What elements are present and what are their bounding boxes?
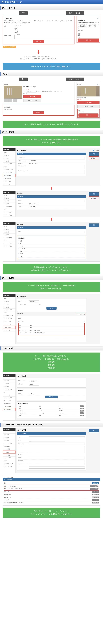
- fav-button[interactable]: お気に入りに追加: [23, 99, 41, 102]
- svg-rect-1: [81, 86, 96, 96]
- choice-item[interactable]: ≡SNS✕: [19, 250, 84, 252]
- info-green-1: レイアウト設定より自由にアンケートブロックを配置することができます。: [3, 121, 100, 128]
- choice-item[interactable]: ≡雑誌✕: [19, 242, 84, 245]
- complete-input[interactable]: [29, 170, 85, 174]
- nav-member[interactable]: ▸ 会員管理: [3, 160, 16, 162]
- nav-content[interactable]: ▸ コンテンツ管理: [3, 162, 16, 166]
- choice-item[interactable]: ≡新聞✕: [19, 240, 84, 242]
- regist-button[interactable]: 登録: [89, 192, 99, 196]
- result-row[interactable]: -▸: [18, 336, 85, 338]
- info-green-4: アンケート結果ではアンケート別に個別のアンケート結果確認と CSVダウンロードが…: [3, 282, 100, 292]
- survey-desc: お客様のご利用状況やご意見をお聞かせください。いただいたご意見は今後のサービス向…: [4, 20, 73, 24]
- result-row[interactable]: 2017/05/12▾: [18, 320, 85, 322]
- to-question-box[interactable]: 質問登録へ: [89, 156, 99, 160]
- nav-result-active[interactable]: アンケート結果: [3, 326, 16, 329]
- sp-submit[interactable]: 回答する: [78, 38, 99, 42]
- section-template: アンケートページのデザイン変更（テンプレート編集）: [0, 422, 103, 427]
- nav-survey-stats[interactable]: アンケート集計: [3, 183, 16, 186]
- sp-product-image: [77, 86, 100, 96]
- nav-home[interactable]: ホーム: [3, 151, 16, 154]
- owner-label: 👤 管理者 様: [89, 150, 99, 151]
- nav-stats-active[interactable]: アンケート集計: [3, 408, 16, 411]
- graph-button[interactable]: Graph: [80, 406, 84, 407]
- product-image: [4, 86, 22, 98]
- thumb[interactable]: [8, 99, 12, 102]
- section-admin: アンケート管理: [0, 130, 103, 134]
- page-row[interactable]: アンケート - ご利用に関してレイアウト編集 ✕: [4, 485, 99, 488]
- choice-item[interactable]: ≡ラジオ✕: [19, 252, 84, 255]
- qty-select[interactable]: 1: [26, 92, 36, 94]
- arrow-icon: [3, 49, 74, 54]
- section-result: アンケート結果: [0, 276, 103, 280]
- nav-survey-admin[interactable]: ▾ アンケート管理: [3, 171, 16, 174]
- arrow-icon: [0, 186, 103, 190]
- choice-item[interactable]: ≡テレビ✕: [19, 245, 84, 248]
- complete-msg: アンケートにご回答頂きありがとうございました。今後とも「彩のジェラートNATUR…: [3, 56, 74, 60]
- nav-page-admin[interactable]: ページ管理: [3, 450, 16, 454]
- choice-item[interactable]: ≡その他✕: [19, 255, 84, 258]
- msg-input[interactable]: [29, 165, 85, 169]
- comment-label: ご意見・ご感想: [4, 35, 15, 39]
- nav-survey-reg[interactable]: アンケート登録: [3, 174, 16, 177]
- sp-tag-2: スマートフォン: [66, 78, 84, 81]
- page-title: アンケート登録: [17, 150, 86, 152]
- new-button[interactable]: 新規入力: [92, 482, 99, 484]
- sp-fav[interactable]: お気に入りに追加: [77, 104, 100, 108]
- nav-product[interactable]: ▸ 商品管理: [3, 154, 16, 157]
- product-page-mockup: bokshop ディナーフォーク ¥ 14,040 セットで揃えたいディナー用フ…: [3, 82, 74, 104]
- period-from[interactable]: [29, 304, 39, 305]
- stat-row: 雑誌2件20.00%Graph: [18, 408, 85, 410]
- regist-button[interactable]: 登録: [89, 224, 99, 227]
- block-survey-mockup: ご利用に関して 性別: ○ 男性 ○ 女性 回答する: [3, 105, 74, 116]
- name-input[interactable]: [29, 157, 85, 159]
- q-name-input[interactable]: [29, 200, 85, 202]
- q-type-select[interactable]: 選択式（複数）: [29, 203, 39, 205]
- nav-owner[interactable]: ▸ オーナーズストア: [3, 168, 16, 171]
- regist-button[interactable]: 登録: [89, 152, 99, 156]
- search-button[interactable]: 検索: [46, 307, 57, 310]
- info-green-3: 選択肢の登録は１つずつ行っていただきます。 回答欄の並び替えはドラッグ＆ドロップ…: [3, 264, 100, 274]
- page-row[interactable]: 商品一覧ページレイアウト編集: [4, 493, 99, 496]
- info-green-2: アンケート管理ではアンケート登録⇒質問登録⇒選択肢登録の流れで アンケートを作成…: [3, 136, 100, 146]
- thumb[interactable]: [4, 99, 8, 102]
- page-row[interactable]: TOPページレイアウト編集: [4, 490, 99, 493]
- target-select[interactable]: ご利用に関して: [29, 300, 39, 303]
- admin-content-mgmt: ▣ EC-CUBE ホーム ▸ 商品管理 ▸ 受注管理 ▸ 会員管理 ▾ コンテ…: [3, 428, 100, 473]
- age-label: 年代: [4, 26, 15, 35]
- block-submit[interactable]: 回答する: [33, 112, 44, 114]
- nav-order[interactable]: ▸ 受注管理: [3, 157, 16, 160]
- page-header: プラグイン導入のイメージ: [0, 0, 103, 4]
- section-block: ブロック: [0, 72, 103, 76]
- to-choice-box[interactable]: 選択肢登録へ: [89, 196, 99, 200]
- do-stats-button[interactable]: 集計する: [45, 396, 58, 398]
- page-row[interactable]: MYページ/会員登録内容変更(入力ページ)レイアウト編集: [4, 502, 99, 504]
- page-row[interactable]: 商品詳細ページレイアウト編集: [4, 496, 99, 499]
- choice-item[interactable]: ≡インターネット✕: [19, 248, 84, 250]
- sp-add-cart[interactable]: カートに入れる: [77, 101, 100, 104]
- period-to[interactable]: [41, 304, 51, 305]
- regist-button[interactable]: 登録: [89, 429, 99, 432]
- page-row[interactable]: MYページレイアウト編集: [4, 499, 99, 502]
- gender-label: 性別: [4, 24, 15, 26]
- product-name: ディナーフォーク: [23, 86, 73, 88]
- nav-survey-result[interactable]: アンケート結果: [3, 180, 16, 183]
- thumb[interactable]: [13, 99, 17, 102]
- sp-block-submit[interactable]: 回答する: [78, 114, 98, 117]
- sp-tag: スマートフォン: [66, 11, 84, 15]
- cart-icon[interactable]: 🛒 0: [97, 18, 99, 19]
- nav-survey-list[interactable]: アンケート一覧: [3, 177, 16, 180]
- page-row[interactable]: アンケート受付完了 - ご利用に関してレイアウト編集 ✕: [4, 488, 99, 490]
- add-cart-button[interactable]: カートに入れる: [23, 95, 41, 98]
- choice-input[interactable]: [29, 231, 85, 233]
- csv-button[interactable]: CSVダウンロード: [76, 313, 86, 315]
- result-row[interactable]: -▸: [18, 338, 85, 340]
- cart-icon[interactable]: 🛒 0: [97, 84, 99, 85]
- complete-label: アンケート受信完了: [3, 46, 16, 48]
- info-green-5: アンケート集計では以下の集計が可能です。 全てのアンケートは選択肢として表示され…: [3, 352, 100, 372]
- nav-settings[interactable]: ▸ 設定: [3, 166, 16, 168]
- section-survey-page: アンケートページ: [0, 6, 103, 10]
- survey-pc-mockup: ご利用に関して お客様のご利用状況やご意見をお聞かせください。いただいたご意見は…: [3, 16, 74, 44]
- submit-button[interactable]: 回答する: [33, 40, 44, 43]
- comment-input[interactable]: [15, 35, 73, 39]
- stat-row: 新聞2件20.00%Graph: [18, 405, 85, 408]
